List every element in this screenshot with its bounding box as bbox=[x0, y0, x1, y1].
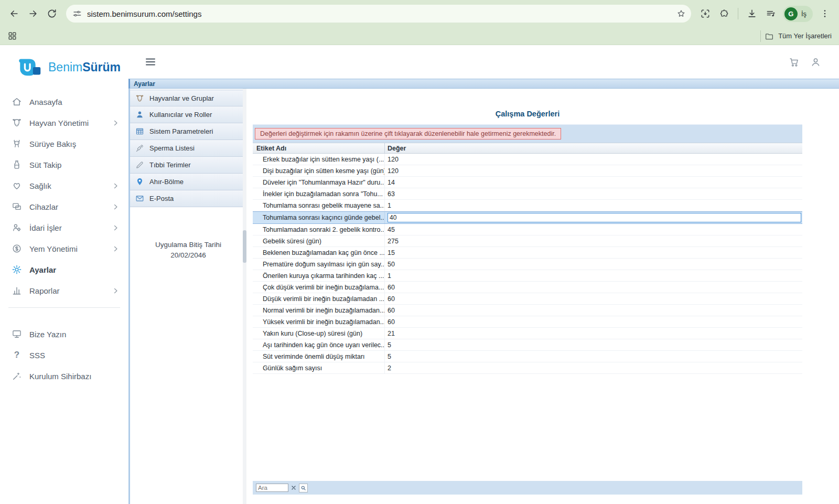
logo-cow-icon bbox=[18, 56, 44, 79]
all-bookmarks-button[interactable]: Tüm Yer İşaretleri bbox=[765, 31, 832, 41]
table-row[interactable]: Yüksek verimli bir ineğin buzağılamadan.… bbox=[253, 316, 802, 328]
sidebar: BenimSürüm AnasayfaHayvan YönetimiSürüye… bbox=[0, 45, 128, 504]
settings-menu-item-users-roles[interactable]: Kullanıcılar ve Roller bbox=[130, 106, 246, 123]
sidebar-item-admin[interactable]: İdari İşler bbox=[0, 217, 128, 238]
row-value-cell[interactable]: 275 bbox=[385, 235, 802, 246]
health-icon bbox=[12, 180, 22, 191]
settings-menu-item-sperm-list[interactable]: Sperma Listesi bbox=[130, 140, 246, 157]
table-row[interactable]: Prematüre doğum sayılması için gün say..… bbox=[253, 259, 802, 270]
row-value-cell[interactable]: 60 bbox=[385, 293, 802, 304]
settings-menu-item-email[interactable]: E-Posta bbox=[130, 190, 246, 207]
row-value-cell[interactable]: 5 bbox=[385, 339, 802, 350]
sidebar-item-devices[interactable]: Cihazlar bbox=[0, 196, 128, 217]
table-row[interactable]: İnekler için buzağılamadan sonra "Tohu..… bbox=[253, 188, 802, 200]
row-value-cell[interactable]: 14 bbox=[385, 177, 802, 188]
row-value: 120 bbox=[388, 167, 399, 175]
row-value-cell[interactable]: 1 bbox=[385, 270, 802, 281]
bookmark-star-icon[interactable] bbox=[676, 9, 686, 18]
sidebar-item-cattle[interactable]: Hayvan Yönetimi bbox=[0, 112, 128, 133]
table-row[interactable]: Düşük verimli bir ineğin buzağılamadan .… bbox=[253, 293, 802, 305]
sidebar-item-herd[interactable]: Sürüye Bakış bbox=[0, 133, 128, 154]
url-bar[interactable]: sistem.benimsurum.com/settings bbox=[66, 5, 691, 23]
sidebar-item-home[interactable]: Anasayfa bbox=[0, 91, 128, 112]
downloads-button[interactable] bbox=[743, 5, 761, 23]
site-settings-icon[interactable] bbox=[72, 9, 82, 18]
row-value: 60 bbox=[388, 284, 395, 291]
extensions-icon[interactable] bbox=[715, 5, 733, 23]
table-row[interactable]: Düveler için "Tohumlanmaya Hazır" duru..… bbox=[253, 177, 802, 188]
back-button[interactable] bbox=[5, 5, 23, 23]
reload-button[interactable] bbox=[43, 5, 61, 23]
chrome-menu-button[interactable] bbox=[816, 5, 834, 23]
sidebar-item-wizard[interactable]: Kurulum Sihirbazı bbox=[0, 366, 128, 387]
app-logo[interactable]: BenimSürüm bbox=[0, 52, 128, 82]
search-button[interactable] bbox=[299, 484, 308, 492]
url-text[interactable]: sistem.benimsurum.com/settings bbox=[87, 9, 671, 18]
apps-grid-icon[interactable] bbox=[7, 31, 17, 41]
table-row[interactable]: Normal verimli bir ineğin buzağılamadan.… bbox=[253, 305, 802, 316]
table-row[interactable]: Beklenen buzağılamadan kaç gün önce ...1… bbox=[253, 247, 802, 259]
chevron-right-icon bbox=[112, 183, 119, 189]
row-value-cell[interactable]: 120 bbox=[385, 154, 802, 165]
row-value-cell[interactable]: 2 bbox=[385, 362, 802, 373]
row-value-cell[interactable]: 45 bbox=[385, 224, 802, 235]
table-row[interactable]: Yakın kuru (Close-up) süresi (gün)21 bbox=[253, 328, 802, 339]
chevron-right-icon bbox=[112, 245, 119, 252]
scrollbar-track[interactable] bbox=[243, 89, 246, 504]
sidebar-item-health[interactable]: Sağlık bbox=[0, 175, 128, 196]
bookmarks-divider bbox=[760, 30, 761, 42]
settings-menu-item-system-parameters[interactable]: Sistem Parametreleri bbox=[130, 123, 246, 140]
clear-search-icon[interactable] bbox=[291, 485, 297, 491]
sidebar-item-faq[interactable]: ?SSS bbox=[0, 345, 128, 366]
hamburger-menu-icon[interactable] bbox=[144, 56, 157, 68]
table-row[interactable]: Aşı tarihinden kaç gün önce uyarı verile… bbox=[253, 339, 802, 351]
table-row[interactable]: Tohumlama sonrası kaçıncı günde gebel... bbox=[253, 211, 802, 224]
cart-icon[interactable] bbox=[789, 57, 800, 68]
table-row[interactable]: Dişi buzağılar için sütten kesme yaşı (g… bbox=[253, 165, 802, 177]
row-value-cell[interactable]: 120 bbox=[385, 165, 802, 176]
value-edit-input[interactable] bbox=[388, 213, 801, 222]
column-header-value[interactable]: Değer bbox=[385, 145, 802, 152]
search-input[interactable] bbox=[256, 484, 288, 492]
sidebar-item-feed[interactable]: Yem Yönetimi bbox=[0, 238, 128, 259]
milk-icon bbox=[12, 159, 22, 170]
row-value-cell[interactable]: 50 bbox=[385, 259, 802, 270]
settings-menu-item-animals-groups[interactable]: Hayvanlar ve Gruplar bbox=[130, 90, 246, 106]
settings-menu-item-barn-section[interactable]: Ahır-Bölme bbox=[130, 174, 246, 190]
media-controls-button[interactable] bbox=[762, 5, 780, 23]
table-row[interactable]: Erkek buzağılar için sütten kesme yaşı (… bbox=[253, 154, 802, 165]
table-row[interactable]: Günlük sağım sayısı2 bbox=[253, 362, 802, 374]
row-value-cell[interactable]: 5 bbox=[385, 351, 802, 362]
capture-button[interactable] bbox=[696, 5, 714, 23]
sidebar-item-reports[interactable]: Raporlar bbox=[0, 280, 128, 301]
reports-icon bbox=[12, 285, 22, 296]
table-row[interactable]: Önerilen kuruya çıkarma tarihinden kaç .… bbox=[253, 270, 802, 282]
table-row[interactable]: Çok düşük verimli bir ineğin buzağılama.… bbox=[253, 282, 802, 293]
row-value-cell[interactable]: 60 bbox=[385, 316, 802, 327]
sidebar-item-milk[interactable]: Süt Takip bbox=[0, 154, 128, 175]
profile-chip[interactable]: G İş bbox=[783, 6, 813, 22]
settings-menu-item-medical-terms[interactable]: Tıbbi Terimler bbox=[130, 157, 246, 174]
row-value-cell[interactable]: 21 bbox=[385, 328, 802, 339]
forward-button[interactable] bbox=[24, 5, 42, 23]
column-header-label[interactable]: Etiket Adı bbox=[253, 143, 385, 153]
values-table-body: Erkek buzağılar için sütten kesme yaşı (… bbox=[253, 154, 802, 374]
sidebar-item-gear[interactable]: Ayarlar bbox=[0, 259, 128, 280]
row-value-cell[interactable] bbox=[385, 212, 802, 223]
table-row[interactable]: Tohumlama sonrası gebelik muayene sa...1 bbox=[253, 200, 802, 211]
row-value-cell[interactable]: 60 bbox=[385, 305, 802, 316]
row-value: 45 bbox=[388, 226, 395, 233]
table-row[interactable]: Gebelik süresi (gün)275 bbox=[253, 235, 802, 247]
row-value: 2 bbox=[388, 364, 391, 372]
row-value-cell[interactable]: 15 bbox=[385, 247, 802, 258]
row-value-cell[interactable]: 1 bbox=[385, 200, 802, 211]
table-row[interactable]: Süt veriminde önemli düşüş miktarı5 bbox=[253, 351, 802, 362]
scrollbar-thumb[interactable] bbox=[243, 230, 246, 263]
user-icon[interactable] bbox=[810, 57, 821, 68]
row-label: Erkek buzağılar için sütten kesme yaşı (… bbox=[253, 154, 385, 165]
row-value-cell[interactable]: 63 bbox=[385, 188, 802, 199]
row-value-cell[interactable]: 60 bbox=[385, 282, 802, 293]
table-row[interactable]: Tohumlamadan sonraki 2. gebelik kontro..… bbox=[253, 224, 802, 235]
sidebar-item-contact[interactable]: Bize Yazın bbox=[0, 324, 128, 345]
settings-menu-panel: Hayvanlar ve GruplarKullanıcılar ve Roll… bbox=[130, 89, 246, 504]
